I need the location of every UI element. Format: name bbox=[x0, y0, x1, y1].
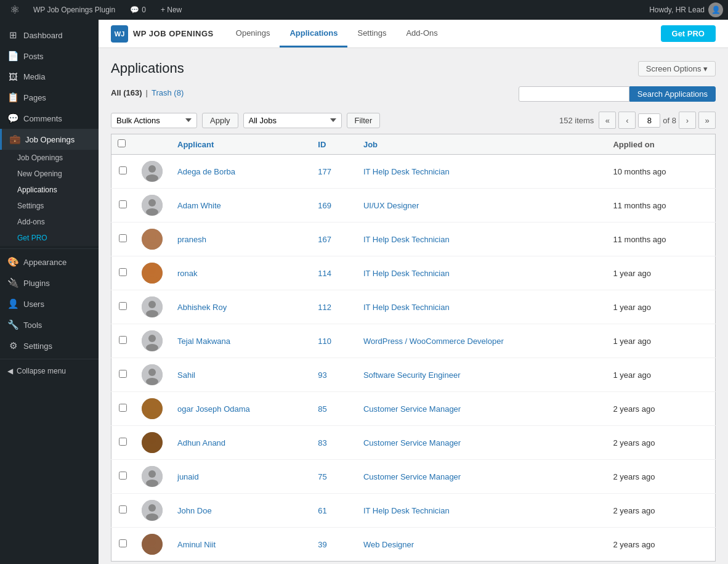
job-link[interactable]: IT Help Desk Technician bbox=[363, 235, 450, 244]
filter-trash-link[interactable]: Trash (8) bbox=[152, 88, 184, 97]
row-checkbox[interactable] bbox=[119, 404, 127, 412]
application-id-link[interactable]: 83 bbox=[318, 438, 326, 448]
application-id-link[interactable]: 85 bbox=[318, 404, 326, 414]
sidebar-item-settings[interactable]: ⚙ Settings bbox=[0, 335, 99, 356]
applicant-name-link[interactable]: Aminul Niit bbox=[177, 540, 216, 549]
bulk-actions-select[interactable]: Bulk Actions bbox=[111, 113, 197, 128]
sidebar-item-comments[interactable]: 💬 Comments bbox=[0, 108, 99, 129]
row-applicant-cell: ronak bbox=[170, 256, 310, 290]
search-applications-button[interactable]: Search Applications bbox=[629, 86, 716, 102]
job-link[interactable]: IT Help Desk Technician bbox=[363, 269, 450, 278]
job-link[interactable]: Customer Service Manager bbox=[363, 472, 461, 481]
applicant-name-link[interactable]: pranesh bbox=[177, 235, 206, 244]
sidebar-item-plugins[interactable]: 🔌 Plugins bbox=[0, 272, 99, 293]
submenu-item-job-openings[interactable]: Job Openings bbox=[0, 150, 99, 166]
comments-item[interactable]: 💬 0 bbox=[124, 6, 152, 14]
site-name-item[interactable]: WP Job Openings Plugin bbox=[27, 6, 121, 14]
row-checkbox[interactable] bbox=[119, 268, 127, 276]
application-id-link[interactable]: 169 bbox=[318, 201, 331, 210]
submenu-item-get-pro[interactable]: Get PRO bbox=[0, 230, 99, 246]
job-link[interactable]: IT Help Desk Technician bbox=[363, 303, 450, 312]
application-id-link[interactable]: 75 bbox=[318, 472, 326, 481]
job-link[interactable]: Customer Service Manager bbox=[363, 438, 461, 448]
select-all-checkbox[interactable] bbox=[118, 139, 126, 147]
get-pro-button[interactable]: Get PRO bbox=[661, 25, 716, 42]
application-id-link[interactable]: 177 bbox=[318, 167, 331, 176]
sidebar-item-posts[interactable]: 📄 Posts bbox=[0, 46, 99, 67]
col-header-job[interactable]: Job bbox=[356, 134, 606, 155]
applicant-name-link[interactable]: junaid bbox=[177, 472, 199, 481]
job-link[interactable]: IT Help Desk Technician bbox=[363, 167, 450, 176]
job-link[interactable]: WordPress / WooCommerce Developer bbox=[363, 337, 504, 346]
col-header-id[interactable]: ID bbox=[310, 134, 356, 155]
application-id-link[interactable]: 167 bbox=[318, 235, 331, 244]
applicant-name-link[interactable]: Sahil bbox=[177, 370, 195, 380]
applicant-name-link[interactable]: Adega de Borba bbox=[177, 167, 235, 176]
applicant-name-link[interactable]: Adhun Anand bbox=[177, 438, 225, 448]
sidebar-item-users[interactable]: 👤 Users bbox=[0, 293, 99, 314]
sidebar-item-pages[interactable]: 📋 Pages bbox=[0, 87, 99, 108]
search-applications-input[interactable] bbox=[519, 86, 629, 102]
nav-applications[interactable]: Applications bbox=[280, 20, 347, 47]
row-checkbox[interactable] bbox=[119, 200, 127, 208]
job-link[interactable]: Web Designer bbox=[363, 540, 414, 549]
applicant-name-link[interactable]: ronak bbox=[177, 269, 198, 278]
row-id-cell: 112 bbox=[310, 290, 356, 324]
submenu-item-new-opening[interactable]: New Opening bbox=[0, 166, 99, 182]
application-id-link[interactable]: 110 bbox=[318, 337, 331, 346]
job-link[interactable]: IT Help Desk Technician bbox=[363, 506, 450, 515]
job-link[interactable]: Customer Service Manager bbox=[363, 404, 461, 414]
applicant-name-link[interactable]: Tejal Makwana bbox=[177, 337, 230, 346]
sidebar-item-media[interactable]: 🖼 Media bbox=[0, 67, 99, 87]
applicant-name-link[interactable]: Adam White bbox=[177, 201, 221, 210]
sidebar-item-job-openings[interactable]: 💼 Job Openings bbox=[0, 129, 99, 150]
screen-options-button[interactable]: Screen Options ▾ bbox=[638, 61, 716, 76]
applicant-name-link[interactable]: Abhishek Roy bbox=[177, 303, 227, 312]
row-checkbox[interactable] bbox=[119, 166, 127, 174]
last-page-button[interactable]: » bbox=[698, 112, 716, 129]
user-avatar[interactable]: 👤 bbox=[708, 2, 723, 17]
submenu-item-settings[interactable]: Settings bbox=[0, 198, 99, 214]
sidebar-item-tools[interactable]: 🔧 Tools bbox=[0, 314, 99, 335]
submenu-item-applications[interactable]: Applications bbox=[0, 182, 99, 198]
nav-add-ons[interactable]: Add-Ons bbox=[396, 20, 447, 47]
prev-page-button[interactable]: ‹ bbox=[618, 112, 636, 129]
current-page-input[interactable] bbox=[638, 113, 660, 128]
wp-logo-icon[interactable]: ⚛ bbox=[5, 3, 25, 17]
jobs-filter-select[interactable]: All Jobs bbox=[243, 113, 342, 128]
row-checkbox[interactable] bbox=[119, 438, 127, 446]
row-checkbox[interactable] bbox=[119, 539, 127, 547]
application-id-link[interactable]: 114 bbox=[318, 269, 331, 278]
next-page-button[interactable]: › bbox=[679, 112, 696, 129]
filter-button[interactable]: Filter bbox=[347, 113, 381, 128]
sidebar-item-dashboard[interactable]: ⊞ Dashboard bbox=[0, 25, 99, 46]
nav-openings[interactable]: Openings bbox=[226, 20, 280, 47]
collapse-menu-btn[interactable]: ◀ Collapse menu bbox=[0, 362, 99, 380]
row-applicant-cell: Abhishek Roy bbox=[170, 290, 310, 324]
svg-point-26 bbox=[146, 446, 158, 453]
job-link[interactable]: UI/UX Designer bbox=[363, 201, 419, 210]
row-checkbox[interactable] bbox=[119, 234, 127, 242]
filter-all-link[interactable]: All (163) bbox=[111, 88, 142, 97]
application-id-link[interactable]: 39 bbox=[318, 540, 326, 549]
applicant-name-link[interactable]: John Doe bbox=[177, 506, 212, 515]
row-checkbox[interactable] bbox=[119, 505, 127, 513]
applicant-name-link[interactable]: ogar Joseph Odama bbox=[177, 404, 250, 414]
first-page-button[interactable]: « bbox=[599, 112, 616, 129]
col-header-applicant[interactable]: Applicant bbox=[170, 134, 310, 155]
application-id-link[interactable]: 61 bbox=[318, 506, 326, 515]
apply-button[interactable]: Apply bbox=[202, 113, 238, 128]
job-link[interactable]: Software Security Engineer bbox=[363, 370, 461, 380]
row-checkbox[interactable] bbox=[119, 302, 127, 310]
row-checkbox[interactable] bbox=[119, 472, 127, 480]
application-id-link[interactable]: 93 bbox=[318, 370, 326, 380]
submenu-item-add-ons[interactable]: Add-ons bbox=[0, 214, 99, 230]
row-id-cell: 83 bbox=[310, 426, 356, 460]
row-checkbox[interactable] bbox=[119, 336, 127, 344]
new-content-item[interactable]: + New bbox=[155, 6, 188, 14]
row-checkbox[interactable] bbox=[119, 370, 127, 378]
sidebar-item-appearance[interactable]: 🎨 Appearance bbox=[0, 251, 99, 272]
application-id-link[interactable]: 112 bbox=[318, 303, 331, 312]
nav-settings[interactable]: Settings bbox=[347, 20, 396, 47]
row-applicant-cell: ogar Joseph Odama bbox=[170, 392, 310, 426]
